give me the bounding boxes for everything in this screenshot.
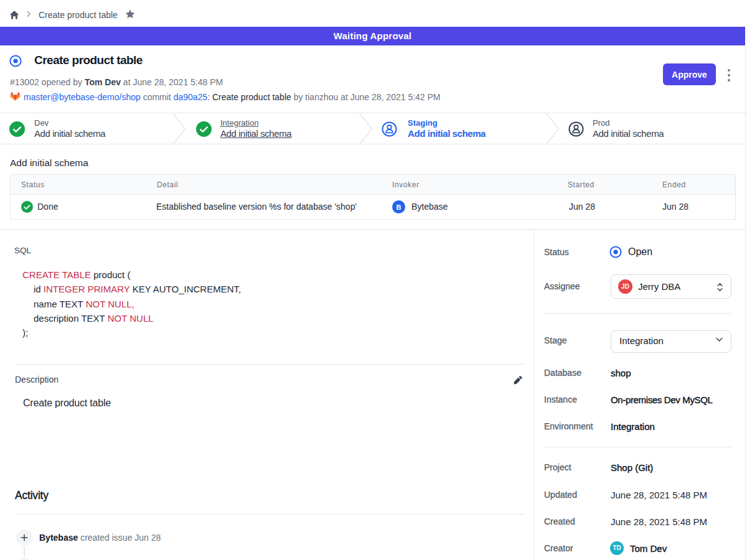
svg-text:B: B	[397, 203, 402, 211]
